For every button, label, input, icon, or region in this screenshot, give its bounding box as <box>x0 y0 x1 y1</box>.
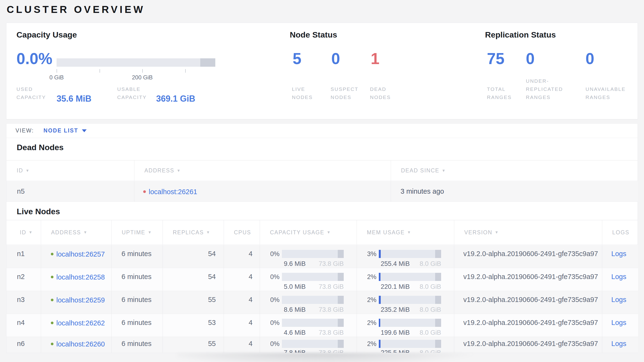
replicas-value: 53 <box>162 314 224 337</box>
node-id: n1 <box>6 245 41 268</box>
column-header-capacity-usage[interactable]: CAPACITY USAGE▼ <box>260 220 356 245</box>
uptime-value: 6 minutes <box>112 337 162 353</box>
suspect-nodes-count: 0 <box>331 51 340 67</box>
chevron-down-icon <box>82 129 87 132</box>
capacity-used-value: 9.6 MiB <box>284 260 306 268</box>
page-title: CLUSTER OVERVIEW <box>7 4 145 15</box>
dead-since-value: 3 minutes ago <box>391 181 638 202</box>
mem-total-value: 8.0 GiB <box>420 283 441 290</box>
cluster-capacity-bar: 0 GiB 200 GiB <box>56 58 215 85</box>
table-row: n5 localhost:26261 3 minutes ago <box>6 181 638 202</box>
capacity-usage-cell: 0% 8.6 MiB73.8 GiB <box>260 291 356 314</box>
mem-usage-cell: 2% 220.1 MiB8.0 GiB <box>356 268 454 291</box>
node-address-cell: localhost:26261 <box>134 181 391 202</box>
node-id: n5 <box>6 181 134 202</box>
column-header-version[interactable]: VERSION▼ <box>454 220 602 245</box>
logs-cell: Logs <box>602 291 638 314</box>
logs-cell: Logs <box>602 337 638 353</box>
replicas-value: 55 <box>162 291 224 314</box>
sort-arrow-icon: ▼ <box>83 230 88 235</box>
capacity-percent: 0% <box>260 319 282 327</box>
cluster-overview-page: CLUSTER OVERVIEW Capacity Usage 0.0% 0 G… <box>0 0 644 362</box>
sort-arrow-icon: ▼ <box>29 230 33 235</box>
dead-nodes-count: 1 <box>371 51 380 67</box>
column-header-id[interactable]: ID▼ <box>6 220 41 245</box>
axis-tick <box>100 69 100 73</box>
capacity-percent: 0.0% <box>16 51 52 67</box>
capacity-total-value: 73.8 GiB <box>319 283 344 290</box>
view-label: VIEW: <box>16 127 34 134</box>
node-address-link[interactable]: localhost:26257 <box>56 250 105 258</box>
column-header-dead-since[interactable]: DEAD SINCE ▼ <box>391 160 638 181</box>
mem-total-value: 8.0 GiB <box>420 260 441 268</box>
node-address-cell: localhost:26260 <box>41 337 112 353</box>
logs-link[interactable]: Logs <box>611 250 626 258</box>
mem-bar-track <box>379 296 441 304</box>
capacity-used-value: 7.8 MiB <box>284 349 306 353</box>
live-node-dot-icon <box>51 299 54 301</box>
column-header-address[interactable]: ADDRESS▼ <box>41 220 112 245</box>
mem-percent: 2% <box>357 319 379 327</box>
uptime-value: 6 minutes <box>112 314 162 337</box>
uptime-value: 6 minutes <box>112 245 162 268</box>
replicas-value: 54 <box>162 268 224 291</box>
suspect-nodes-label: SUSPECT NODES <box>330 85 366 101</box>
dead-nodes-heading: Dead Nodes <box>17 143 64 152</box>
capacity-used-value: 5.0 MiB <box>284 283 306 290</box>
mem-bar-track <box>379 340 441 348</box>
dead-nodes-table-header: ID ▼ ADDRESS ▼ DEAD SINCE ▼ <box>6 160 638 181</box>
column-header-mem-usage[interactable]: MEM USAGE▼ <box>356 220 454 245</box>
column-header-address[interactable]: ADDRESS ▼ <box>134 160 391 181</box>
table-row: n6 localhost:26260 6 minutes 55 4 0% 7.8… <box>6 337 638 353</box>
capacity-usage-cell: 0% 5.0 MiB73.8 GiB <box>260 268 356 291</box>
axis-tick <box>142 69 143 73</box>
logs-link[interactable]: Logs <box>611 319 626 326</box>
capacity-usage-cell: 0% 4.6 MiB73.8 GiB <box>260 314 356 337</box>
capacity-total-value: 73.8 GiB <box>319 329 344 336</box>
node-address-link[interactable]: localhost:26261 <box>149 188 197 196</box>
mem-bar-reserved-segment <box>435 319 441 327</box>
capacity-bar-track <box>282 319 344 327</box>
view-bar: VIEW: NODE LIST <box>6 123 638 138</box>
mem-used-value: 199.6 MiB <box>381 329 410 336</box>
logs-link[interactable]: Logs <box>611 296 626 303</box>
usable-capacity-value: 369.1 GiB <box>156 94 195 104</box>
logs-link[interactable]: Logs <box>611 273 626 280</box>
live-node-dot-icon <box>51 322 54 324</box>
mem-bar-track <box>379 273 441 281</box>
version-value: v19.2.0-alpha.20190606-2491-gfe735c9a97 <box>454 314 602 337</box>
cpus-value: 4 <box>224 245 260 268</box>
replicas-value: 55 <box>162 337 224 353</box>
capacity-bar-track <box>282 340 344 348</box>
column-header-uptime[interactable]: UPTIME▼ <box>112 220 162 245</box>
capacity-used-value: 8.6 MiB <box>284 306 306 313</box>
mem-percent: 2% <box>357 273 379 281</box>
node-id: n4 <box>6 314 41 337</box>
node-id: n3 <box>6 291 41 314</box>
node-address-cell: localhost:26258 <box>41 268 112 291</box>
node-address-link[interactable]: localhost:26258 <box>56 273 105 281</box>
capacity-total-value: 73.8 GiB <box>319 306 344 313</box>
node-id: n6 <box>6 337 41 353</box>
logs-link[interactable]: Logs <box>611 340 626 347</box>
mem-usage-cell: 2% 199.6 MiB8.0 GiB <box>356 314 454 337</box>
node-address-link[interactable]: localhost:26260 <box>56 340 105 348</box>
sort-arrow-icon: ▼ <box>327 230 331 235</box>
node-tables-panel: Dead Nodes ID ▼ ADDRESS ▼ DEAD SINCE ▼ n… <box>6 138 638 353</box>
column-header-id[interactable]: ID ▼ <box>6 160 134 181</box>
node-address-link[interactable]: localhost:26259 <box>56 296 105 304</box>
node-address-link[interactable]: localhost:26262 <box>56 319 105 327</box>
live-nodes-table-body: n1 localhost:26257 6 minutes 54 4 0% 9.6… <box>6 245 638 353</box>
column-header-replicas[interactable]: REPLICAS▼ <box>162 220 224 245</box>
replication-status-heading: Replication Status <box>485 30 556 40</box>
mem-usage-cell: 2% 225.5 MiB8.0 GiB <box>356 337 454 353</box>
sort-arrow-icon: ▼ <box>148 230 152 235</box>
cluster-summary-card: Capacity Usage 0.0% 0 GiB 200 GiB USED C… <box>6 23 638 119</box>
table-row: n2 localhost:26258 6 minutes 54 4 0% 5.0… <box>6 268 638 291</box>
cpus-value: 4 <box>224 291 260 314</box>
axis-tick <box>185 69 186 73</box>
view-selector-dropdown[interactable]: NODE LIST <box>44 127 87 134</box>
capacity-percent: 0% <box>260 273 282 281</box>
view-selected-value: NODE LIST <box>44 127 78 134</box>
live-nodes-heading: Live Nodes <box>17 207 60 216</box>
